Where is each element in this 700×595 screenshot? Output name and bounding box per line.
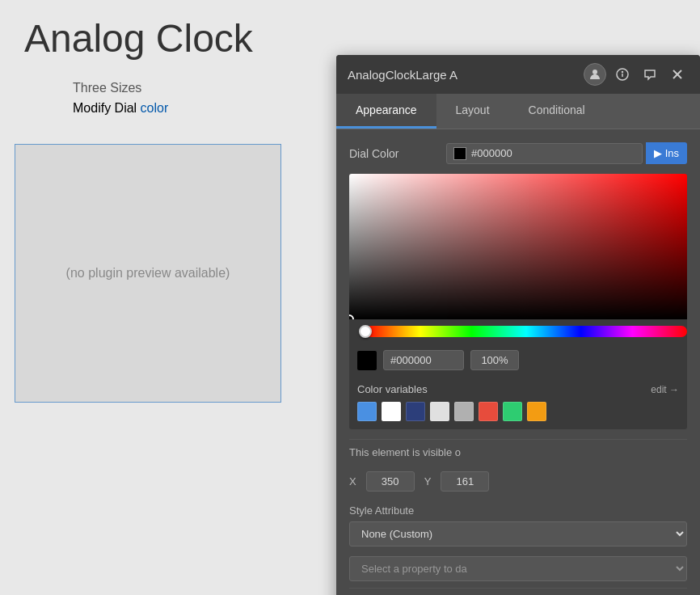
dial-color-text-input[interactable] [471,147,536,159]
hue-slider-container [349,319,687,344]
x-input[interactable] [366,471,415,492]
hue-thumb[interactable] [359,325,372,338]
panel-body: Dial Color ▶ Ins [336,129,700,595]
swatch-gray[interactable] [454,402,474,421]
color-controls-row [349,344,687,377]
tab-layout[interactable]: Layout [436,94,509,129]
hex-input[interactable] [383,350,464,370]
action-buttons: Replace Delete [349,588,687,595]
y-label: Y [424,475,432,487]
swatch-blue[interactable] [357,402,377,421]
tab-conditional[interactable]: Conditional [509,94,605,129]
panel-header: AnalogClockLarge A [336,55,700,94]
color-vars-header: Color variables edit → [357,383,679,395]
x-label: X [349,475,356,487]
page-title: Analog Clock [24,16,253,61]
y-input[interactable] [441,471,489,492]
subtitle-dial: Modify Dial color [73,101,168,116]
color-swatches-row [357,402,679,421]
swatch-orange[interactable] [527,402,546,421]
visibility-row: This element is visible o [349,439,687,465]
color-variables-section: Color variables edit → [349,377,687,429]
position-row: X Y [349,465,687,498]
close-icon[interactable] [666,63,689,86]
hex-swatch[interactable] [357,351,377,370]
subtitle-dial-prefix: Modify Dial [73,101,141,115]
hue-bar[interactable] [365,326,687,337]
swatch-dark-blue[interactable] [406,402,425,421]
preview-box: (no plugin preview available) [15,144,281,403]
subtitle-dial-highlight: color [141,101,169,115]
dial-color-swatch[interactable] [453,147,466,160]
info-icon[interactable] [611,63,634,86]
property-select[interactable]: Select a property to da [349,556,687,581]
color-vars-edit-btn[interactable]: edit → [651,384,679,395]
tab-appearance[interactable]: Appearance [336,94,436,129]
color-vars-label: Color variables [357,383,428,395]
visibility-text: This element is visible o [349,446,461,458]
color-picker[interactable]: Color variables edit → [349,174,687,429]
dial-color-input-group[interactable] [446,143,643,164]
opacity-input[interactable] [470,350,519,370]
style-attribute-row: Style Attribute None (Custom) [349,498,687,553]
swatch-red[interactable] [479,402,498,421]
panel-header-icons [584,63,689,86]
dial-color-row: Dial Color ▶ Ins [349,142,687,164]
properties-panel: AnalogClockLarge A [336,55,700,595]
svg-point-0 [592,70,597,74]
chat-icon[interactable] [639,63,661,86]
panel-title: AnalogClockLarge A [348,68,458,82]
avatar-icon[interactable] [584,63,606,86]
preview-text: (no plugin preview available) [66,266,230,281]
style-attr-label: Style Attribute [349,504,414,517]
svg-point-3 [622,72,623,73]
swatch-white[interactable] [382,402,401,421]
property-select-row: Select a property to da [349,553,687,588]
color-gradient-area[interactable] [349,174,687,319]
subtitle-sizes: Three Sizes [73,81,141,95]
swatch-light-gray[interactable] [430,402,449,421]
dial-color-label: Dial Color [349,147,446,160]
ins-button[interactable]: ▶ Ins [646,142,687,164]
swatch-green[interactable] [503,402,522,421]
panel-tabs: Appearance Layout Conditional [336,94,700,129]
style-attr-select[interactable]: None (Custom) [349,521,687,546]
